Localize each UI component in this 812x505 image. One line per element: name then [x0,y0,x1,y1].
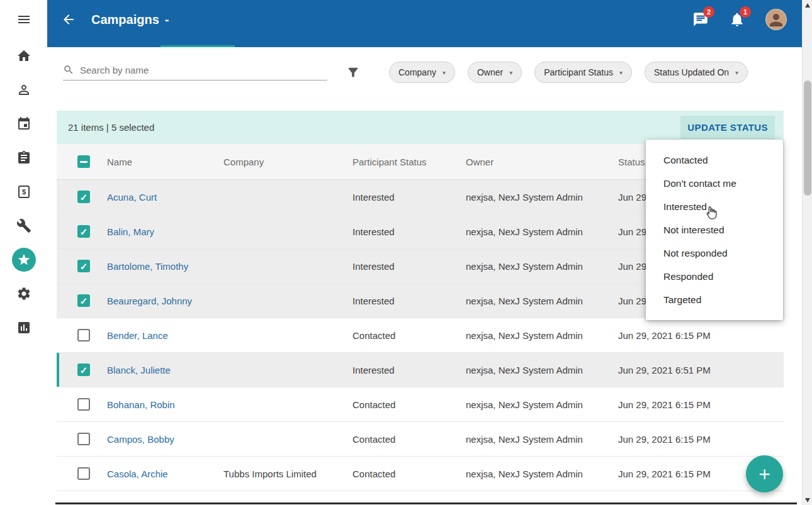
vertical-scrollbar[interactable] [802,0,812,505]
chip-status-updated-on[interactable]: Status Updated On ▾ [645,62,748,83]
table-row[interactable]: ✓ Casola, Archie Tubbs Imports Limited C… [57,457,784,491]
sidebar-item-settings[interactable] [0,277,47,311]
participant-name-link[interactable]: Campos, Bobby [107,434,174,445]
participant-status-cell: Interested [352,261,466,272]
menu-item-responded[interactable]: Responded [646,265,783,288]
chip-label: Owner [477,67,503,77]
participant-status-cell: Interested [352,192,466,203]
wrench-icon [16,218,31,233]
sidebar-item-contacts[interactable] [0,73,47,107]
participant-status-cell: Contacted [352,399,466,410]
chip-company[interactable]: Company ▾ [389,62,455,83]
avatar-person-icon [767,11,786,30]
owner-cell: nexjsa, NexJ System Admin [466,296,618,306]
filter-toolbar: Company ▾ Owner ▾ Participant Status ▾ S… [47,47,802,97]
row-checkbox[interactable]: ✓ [77,225,90,238]
status-updated-cell: Jun 29, 2021 6:15 PM [618,330,784,341]
app-header: Campaigns - 2 1 [47,0,802,39]
owner-cell: nexjsa, NexJ System Admin [466,226,618,237]
column-header-owner[interactable]: Owner [466,157,618,167]
star-icon [17,253,31,267]
sidebar-item-tasks[interactable] [0,141,47,175]
chip-label: Status Updated On [654,67,729,77]
participant-name-link[interactable]: Acuna, Curt [107,192,157,203]
active-item-ring [12,248,36,272]
row-checkbox[interactable]: ✓ [77,467,90,480]
hamburger-menu-icon[interactable] [0,0,47,39]
sidebar-item-tools[interactable] [0,209,47,243]
svg-text:$: $ [21,188,25,196]
selection-summary: 21 items | 5 selected [68,122,154,133]
search-icon [63,64,74,75]
sidebar-item-campaigns[interactable] [0,243,47,277]
menu-item-not-responded[interactable]: Not responded [646,241,783,265]
menu-item-targeted[interactable]: Targeted [646,288,783,311]
sidebar-item-calendar[interactable] [0,107,47,141]
notification-badge: 1 [740,6,751,18]
owner-cell: nexjsa, NexJ System Admin [466,434,618,445]
chip-owner[interactable]: Owner ▾ [468,62,522,83]
notifications-button[interactable]: 1 [729,11,745,28]
scroll-up-arrow[interactable] [803,0,812,10]
plus-icon: + [758,464,770,484]
menu-item-not-interested[interactable]: Not interested [646,218,783,241]
row-checkbox[interactable]: ✓ [77,260,90,272]
scroll-down-arrow[interactable] [803,495,812,505]
page-title[interactable]: Campaigns - [91,13,169,27]
search-input[interactable] [80,65,327,75]
chip-label: Participant Status [544,67,613,77]
title-caret: - [165,13,169,27]
menu-item-interested[interactable]: Interested [646,195,783,218]
bar-chart-icon [16,320,31,335]
search-box[interactable] [63,64,327,80]
update-status-button[interactable]: UPDATE STATUS [680,116,775,139]
row-checkbox[interactable]: ✓ [77,398,90,411]
row-checkbox[interactable]: ✓ [77,329,90,341]
participant-name-link[interactable]: Bohanan, Robin [107,399,175,410]
row-checkbox[interactable]: ✓ [77,294,90,307]
select-all-checkbox[interactable] [77,155,90,168]
user-avatar[interactable] [765,9,787,30]
owner-cell: nexjsa, NexJ System Admin [466,399,618,410]
funnel-icon [346,65,360,79]
column-header-name[interactable]: Name [107,157,223,167]
row-checkbox[interactable]: ✓ [77,433,90,445]
add-button[interactable]: + [746,455,783,492]
tab-strip [47,39,802,47]
participant-name-link[interactable]: Balin, Mary [107,226,154,237]
chip-label: Company [398,67,436,77]
participant-name-link[interactable]: Casola, Archie [107,469,168,479]
update-status-menu: Contacted Don't contact me Interested No… [646,140,783,320]
participant-status-cell: Interested [352,365,466,375]
chat-button[interactable]: 2 [692,11,709,28]
sidebar-item-home[interactable] [0,39,47,73]
scrollbar-thumb[interactable] [804,80,811,196]
participant-status-cell: Interested [352,296,466,306]
table-row[interactable]: ✓ Campos, Bobby Contacted nexjsa, NexJ S… [57,422,784,457]
sidebar: $ [0,0,47,505]
table-row[interactable]: ✓ Bender, Lance Contacted nexjsa, NexJ S… [57,318,784,353]
column-header-participant-status[interactable]: Participant Status [352,157,466,167]
participant-name-link[interactable]: Beauregard, Johnny [107,296,192,306]
back-button[interactable] [56,7,81,32]
participant-name-link[interactable]: Blanck, Juliette [107,365,171,375]
company-cell: Tubbs Imports Limited [223,469,352,479]
sidebar-item-accounts[interactable]: $ [0,175,47,209]
status-updated-cell: Jun 29, 2021 6:51 PM [618,365,784,375]
table-row[interactable]: ✓ Blanck, Juliette Interested nexjsa, Ne… [57,353,784,387]
sidebar-item-reports[interactable] [0,311,47,345]
indeterminate-dash [80,161,87,163]
menu-item-dont-contact-me[interactable]: Don't contact me [646,172,783,195]
column-header-company[interactable]: Company [223,157,352,167]
clipboard-icon [16,150,31,165]
filter-button[interactable] [346,65,360,79]
row-checkbox[interactable]: ✓ [77,191,90,203]
row-checkbox[interactable]: ✓ [77,363,90,376]
filter-chips: Company ▾ Owner ▾ Participant Status ▾ S… [389,62,748,83]
menu-item-contacted[interactable]: Contacted [646,148,783,172]
participant-name-link[interactable]: Bartolome, Timothy [107,261,188,272]
participant-name-link[interactable]: Bender, Lance [107,330,168,341]
chip-participant-status[interactable]: Participant Status ▾ [534,62,632,83]
table-row[interactable]: ✓ Bohanan, Robin Contacted nexjsa, NexJ … [57,387,784,422]
status-updated-cell: Jun 29, 2021 6:15 PM [618,399,784,410]
